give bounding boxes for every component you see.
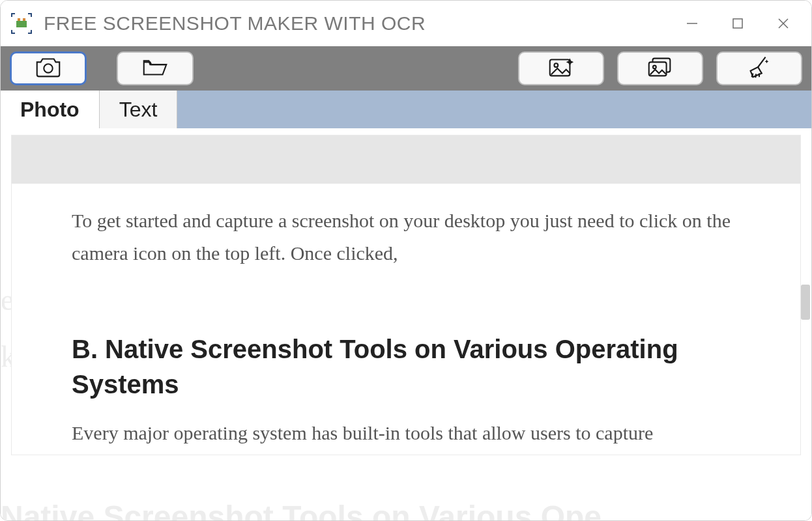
- content-area: et started and capture a screenshot on y…: [1, 128, 811, 520]
- intro-paragraph: To get started and capture a screenshot …: [72, 204, 740, 269]
- svg-line-21: [758, 57, 766, 67]
- window-title: FREE SCREENSHOT MAKER WITH OCR: [44, 12, 669, 35]
- svg-rect-5: [11, 30, 12, 34]
- save-image-button[interactable]: [518, 51, 604, 85]
- folder-open-icon: [140, 52, 170, 85]
- minimize-button[interactable]: [669, 4, 715, 43]
- maximize-button[interactable]: [715, 4, 761, 43]
- svg-rect-1: [11, 13, 12, 17]
- tab-text[interactable]: Text: [100, 91, 178, 128]
- section-paragraph: Every major operating system has built-i…: [72, 417, 740, 455]
- svg-rect-3: [31, 13, 32, 17]
- broom-icon: [744, 52, 774, 85]
- svg-point-17: [554, 63, 558, 67]
- scrollbar-thumb[interactable]: [801, 285, 810, 320]
- toolbar: [1, 46, 811, 91]
- tab-photo[interactable]: Photo: [1, 91, 100, 128]
- svg-line-23: [755, 74, 756, 78]
- preview-body: To get started and capture a screenshot …: [12, 184, 800, 455]
- window-controls: [669, 4, 806, 43]
- app-window: FREE SCREENSHOT MAKER WITH OCR: [0, 0, 812, 521]
- svg-rect-9: [18, 18, 20, 21]
- title-bar: FREE SCREENSHOT MAKER WITH OCR: [1, 1, 811, 46]
- clear-button[interactable]: [716, 51, 802, 85]
- screenshot-preview-panel: To get started and capture a screenshot …: [11, 135, 801, 455]
- svg-rect-12: [733, 19, 742, 28]
- svg-rect-8: [16, 21, 27, 27]
- svg-point-15: [44, 64, 52, 72]
- preview-header-strip: [12, 135, 800, 184]
- capture-button[interactable]: [10, 51, 87, 85]
- svg-rect-7: [31, 30, 32, 34]
- background-ghost-heading: Native Screenshot Tools on Various Ope: [1, 499, 811, 520]
- section-heading: B. Native Screenshot Tools on Various Op…: [72, 331, 740, 402]
- camera-icon: [33, 52, 63, 85]
- app-icon: [8, 10, 35, 36]
- svg-rect-10: [23, 18, 25, 21]
- images-stack-icon: [645, 52, 675, 85]
- open-file-button[interactable]: [117, 51, 194, 85]
- save-images-button[interactable]: [617, 51, 703, 85]
- tab-strip: Photo Text: [1, 91, 811, 128]
- close-button[interactable]: [761, 4, 806, 43]
- image-sparkle-icon: [546, 52, 576, 85]
